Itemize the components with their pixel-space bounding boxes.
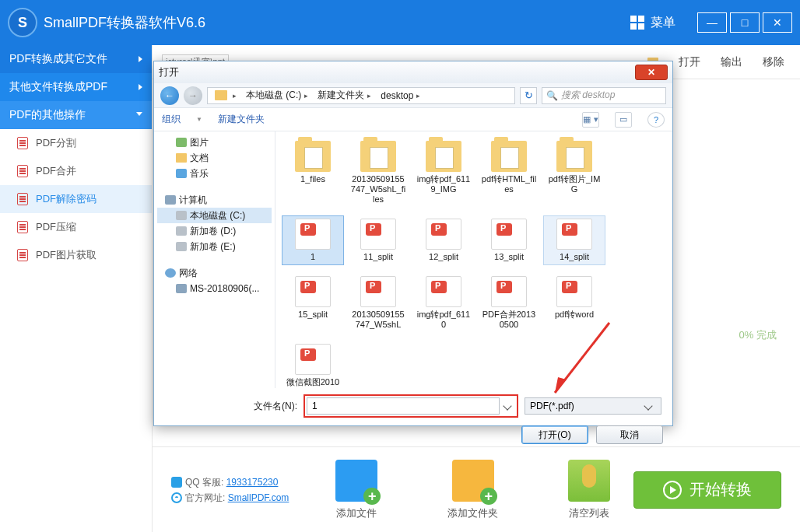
file-label: img转pdf_6110 xyxy=(416,310,472,330)
forward-button[interactable]: → xyxy=(184,86,202,105)
start-convert-button[interactable]: 开始转换 xyxy=(633,471,781,509)
pdf-file-icon xyxy=(426,219,461,250)
app-title: SmallPDF转换器软件V6.6 xyxy=(44,13,205,32)
documents-icon xyxy=(176,153,187,163)
file-item[interactable]: 13_split xyxy=(478,215,540,265)
file-label: 14_split xyxy=(560,252,589,262)
qq-link[interactable]: 1933175230 xyxy=(226,477,279,488)
organize-menu[interactable]: 组织 xyxy=(162,113,181,126)
file-label: pdf转图片_IMG xyxy=(546,174,602,194)
file-item[interactable]: img转pdf_6110 xyxy=(412,273,475,333)
folder-icon xyxy=(491,141,527,172)
nav-item-unlock[interactable]: PDF解除密码 xyxy=(0,185,152,213)
tool-open[interactable]: 打开 xyxy=(679,55,700,69)
file-label: 15_split xyxy=(298,310,328,320)
computer-icon xyxy=(165,195,176,205)
progress-indicator: 0% 完成 xyxy=(739,328,777,342)
file-item[interactable]: pdf转HTML_files xyxy=(478,138,540,208)
file-item[interactable]: PDF合并20130500 xyxy=(478,273,540,333)
file-item[interactable]: 11_split xyxy=(347,215,409,265)
nav-item-extract-images[interactable]: PDF图片获取 xyxy=(0,241,152,269)
file-item[interactable]: 20130509155747_W5shL_files xyxy=(347,138,409,208)
search-icon: 🔍 xyxy=(546,90,558,101)
file-label: 13_split xyxy=(494,252,524,262)
open-dialog: 打开 ✕ ← → ▸ 本地磁盘 (C:)▸ 新建文件夹▸ desktop▸ ↻ … xyxy=(153,61,673,426)
file-label: 11_split xyxy=(363,252,393,262)
nav-section-3[interactable]: PDF的其他操作 xyxy=(0,101,152,129)
close-button[interactable]: ✕ xyxy=(763,12,792,33)
file-item[interactable]: 1_files xyxy=(282,138,344,208)
music-icon xyxy=(176,169,187,178)
file-item[interactable]: 1 xyxy=(282,215,344,265)
file-item[interactable]: 20130509155747_W5shL xyxy=(347,273,409,333)
add-folder-icon xyxy=(452,460,494,502)
filename-dropdown-icon[interactable] xyxy=(503,401,511,410)
pdf-icon xyxy=(17,221,28,233)
file-item[interactable]: 微信截图20100512 xyxy=(282,341,344,388)
folder-icon xyxy=(295,141,331,172)
pdf-file-icon xyxy=(556,276,592,307)
dialog-close-button[interactable]: ✕ xyxy=(635,65,668,80)
file-item[interactable]: 15_split xyxy=(282,273,344,333)
play-icon xyxy=(663,481,682,499)
file-item[interactable]: pdf转图片_IMG xyxy=(543,138,605,208)
help-button[interactable]: ? xyxy=(647,112,665,128)
dialog-title-bar[interactable]: 打开 ✕ xyxy=(154,61,672,83)
breadcrumb[interactable]: ▸ 本地磁盘 (C:)▸ 新建文件夹▸ desktop▸ xyxy=(207,87,515,104)
new-folder-button[interactable]: 新建文件夹 xyxy=(218,113,265,126)
menu-grid-icon xyxy=(630,16,644,30)
file-item[interactable]: pdf转word xyxy=(543,273,605,333)
maximize-button[interactable]: □ xyxy=(730,12,760,33)
ie-icon xyxy=(171,492,182,503)
filename-input[interactable] xyxy=(307,397,500,415)
file-label: PDF合并20130500 xyxy=(481,310,537,330)
nav-item-merge[interactable]: PDF合并 xyxy=(0,157,152,185)
nav-item-split[interactable]: PDF分割 xyxy=(0,129,152,157)
disk-icon xyxy=(176,211,187,220)
file-label: pdf转HTML_files xyxy=(481,174,537,194)
dialog-open-button[interactable]: 打开(O) xyxy=(521,425,588,444)
file-label: 12_split xyxy=(429,252,458,262)
file-item[interactable]: 14_split xyxy=(543,215,605,265)
dialog-cancel-button[interactable]: 取消 xyxy=(596,425,663,444)
folder-icon xyxy=(426,141,461,172)
minimize-button[interactable]: — xyxy=(697,12,727,33)
search-input[interactable]: 🔍搜索 desktop xyxy=(542,87,666,104)
folder-tree[interactable]: 图片 文档 音乐 计算机 本地磁盘 (C:) 新加卷 (D:) 新加卷 (E:)… xyxy=(154,131,275,388)
filetype-select[interactable]: PDF(*.pdf) xyxy=(525,397,661,415)
nav-section-1[interactable]: PDF转换成其它文件 xyxy=(0,45,152,73)
add-file-icon xyxy=(335,460,377,502)
pdf-file-icon xyxy=(491,219,527,250)
bottom-bar: QQ 客服: 1933175230 官方网址: SmallPDF.com 添加文… xyxy=(153,446,800,532)
dialog-address-bar: ← → ▸ 本地磁盘 (C:)▸ 新建文件夹▸ desktop▸ ↻ 🔍搜索 d… xyxy=(154,83,672,108)
add-file-button[interactable]: 添加文件 xyxy=(335,460,377,520)
menu-button[interactable]: 菜单 xyxy=(630,15,675,31)
site-link[interactable]: SmallPDF.com xyxy=(228,492,289,503)
tool-output[interactable]: 输出 xyxy=(721,55,742,69)
file-item[interactable]: 12_split xyxy=(412,215,475,265)
filename-label: 文件名(N): xyxy=(254,400,297,413)
tool-remove[interactable]: 移除 xyxy=(763,55,784,69)
file-grid[interactable]: 1_files20130509155747_W5shL_filesimg转pdf… xyxy=(275,131,672,388)
qq-icon xyxy=(171,477,182,488)
side-nav: PDF转换成其它文件 其他文件转换成PDF PDF的其他操作 PDF分割 PDF… xyxy=(0,45,153,532)
refresh-button[interactable]: ↻ xyxy=(520,87,537,104)
preview-pane-button[interactable]: ▭ xyxy=(615,112,632,128)
nav-section-2[interactable]: 其他文件转换成PDF xyxy=(0,73,152,101)
pdf-icon xyxy=(17,193,28,205)
file-label: img转pdf_6119_IMG xyxy=(416,174,472,194)
app-logo-icon: S xyxy=(8,8,37,37)
pdf-file-icon xyxy=(491,276,527,307)
add-folder-button[interactable]: 添加文件夹 xyxy=(447,460,498,520)
file-item[interactable]: img转pdf_6119_IMG xyxy=(412,138,475,208)
folder-icon xyxy=(215,90,227,100)
back-button[interactable]: ← xyxy=(160,86,179,105)
folder-icon xyxy=(556,141,592,172)
chevron-right-icon xyxy=(139,56,142,62)
view-mode-button[interactable]: ▦ ▾ xyxy=(582,112,599,128)
nav-item-compress[interactable]: PDF压缩 xyxy=(0,213,152,241)
file-label: 微信截图20100512 xyxy=(285,377,341,388)
file-label: 1_files xyxy=(300,174,325,184)
pdf-icon xyxy=(17,165,28,177)
clear-list-button[interactable]: 清空列表 xyxy=(568,460,610,520)
